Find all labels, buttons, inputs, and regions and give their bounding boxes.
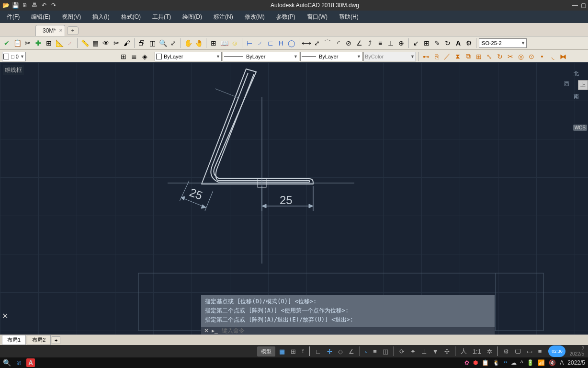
modify-chain-icon[interactable]: ⧓: [558, 52, 568, 61]
menu-draw[interactable]: 绘图(D): [177, 11, 208, 23]
clock-badge[interactable]: 02:36: [548, 345, 565, 357]
window-icon[interactable]: ⊞: [44, 38, 54, 48]
distance-icon[interactable]: ⟋: [65, 38, 75, 48]
3dosnap-icon[interactable]: ✦: [408, 347, 418, 356]
modify-trim-icon[interactable]: ✂: [506, 52, 515, 61]
menu-dimension[interactable]: 标注(N): [208, 11, 239, 23]
layerprops-icon[interactable]: ⊞: [119, 52, 128, 61]
grip-icon[interactable]: ✋: [183, 38, 193, 48]
smiley-icon[interactable]: ☺: [230, 38, 239, 48]
modify-point-icon[interactable]: •: [537, 52, 547, 61]
tray-overflow-icon[interactable]: ^: [520, 359, 523, 366]
leader-icon[interactable]: ↙: [411, 38, 421, 48]
drawing-canvas[interactable]: 维线框 北 西 上 南 WCS ✕ 25: [0, 62, 588, 334]
modify-line-icon[interactable]: ／: [442, 52, 452, 61]
modify-fillet-icon[interactable]: ◟: [548, 52, 557, 61]
menu-tools[interactable]: 工具(T): [147, 11, 177, 23]
model-button[interactable]: 模型: [257, 346, 275, 356]
tray-app3-icon[interactable]: 📋: [482, 359, 489, 366]
plus-icon[interactable]: ✚: [34, 38, 43, 48]
undo-icon[interactable]: ↶: [40, 1, 48, 9]
zoom-window-icon[interactable]: 🔍: [158, 38, 168, 48]
dim-aligned2-icon[interactable]: ⤢: [312, 38, 322, 48]
command-input[interactable]: ✕ ▸_: [201, 327, 495, 334]
layer-dropdown[interactable]: ByLayer▼: [155, 52, 222, 61]
linetype-dropdown[interactable]: ByLayer▼: [223, 52, 299, 61]
monitor-icon[interactable]: 🖵: [513, 347, 523, 356]
cycle-icon[interactable]: ⟳: [397, 347, 407, 356]
new-tab-button[interactable]: +: [67, 26, 79, 35]
scale-label[interactable]: 1:1: [471, 347, 483, 356]
snap-toggle-icon[interactable]: ⊞: [289, 347, 298, 356]
search-icon[interactable]: 🔍: [3, 359, 11, 367]
modify-target-icon[interactable]: ⊙: [527, 52, 536, 61]
maximize-icon[interactable]: ▢: [581, 2, 586, 9]
annoscale-icon[interactable]: 人: [459, 346, 469, 356]
infsnap-toggle-icon[interactable]: ⟟: [300, 346, 306, 356]
dim-h-icon[interactable]: H: [276, 38, 286, 48]
block-icon[interactable]: ◫: [147, 38, 157, 48]
check-icon[interactable]: ✔: [2, 38, 11, 48]
layeriso-icon[interactable]: ◈: [140, 52, 149, 61]
tray-volume-icon[interactable]: 🔇: [549, 359, 556, 366]
modify-copy-icon[interactable]: ⎘: [432, 52, 441, 61]
lwt-toggle-icon[interactable]: ≡: [371, 347, 379, 356]
dim-update-icon[interactable]: ↻: [443, 38, 452, 48]
tray-wifi-icon[interactable]: 📶: [538, 359, 545, 366]
modify-circle-icon[interactable]: ◎: [516, 52, 526, 61]
tolerance-icon[interactable]: ⊞: [422, 38, 431, 48]
dim-center-icon[interactable]: ⊕: [396, 38, 406, 48]
tray-qq-icon[interactable]: 🐧: [493, 359, 500, 366]
menu-parametric[interactable]: 参数(P): [271, 11, 301, 23]
layout-tab-1[interactable]: 布局1: [2, 335, 26, 345]
dim-jog-icon[interactable]: ⤴: [365, 38, 374, 48]
dim-baseline-icon[interactable]: ≡: [375, 38, 385, 48]
command-tool-icon[interactable]: ▸_: [212, 327, 218, 334]
modify-offset-icon[interactable]: ⧉: [464, 52, 473, 61]
area-icon[interactable]: ▦: [90, 38, 100, 48]
menu-window[interactable]: 窗口(W): [301, 11, 333, 23]
autocad-app-icon[interactable]: A: [26, 358, 35, 367]
menu-edit[interactable]: 编辑(E): [25, 11, 56, 23]
dim-angle-icon[interactable]: ∠: [354, 38, 364, 48]
sel-filter-icon[interactable]: ▼: [430, 347, 441, 356]
pan-icon[interactable]: 🤚: [194, 38, 204, 48]
tray-app2-icon[interactable]: ⬢: [473, 359, 478, 366]
dim-linear2-icon[interactable]: ⟷: [302, 38, 311, 48]
xref-icon[interactable]: 🗗: [137, 38, 147, 48]
command-input-field[interactable]: [222, 327, 492, 334]
eye-icon[interactable]: 👁: [101, 38, 111, 48]
tray-app1-icon[interactable]: ✿: [464, 359, 469, 366]
layout-add-button[interactable]: +: [52, 336, 60, 344]
ortho-toggle-icon[interactable]: ∟: [313, 347, 323, 356]
command-close-icon[interactable]: ✕: [204, 327, 209, 334]
tray-ime-icon[interactable]: A: [560, 359, 564, 366]
gizmo-icon[interactable]: ✣: [442, 347, 452, 356]
clean-screen-icon[interactable]: ▭: [525, 347, 534, 356]
polar-toggle-icon[interactable]: ✢: [325, 347, 334, 356]
zoom-extents-icon[interactable]: ⤢: [169, 38, 178, 48]
tray-date[interactable]: 2022/5: [567, 359, 585, 366]
grid-toggle-icon[interactable]: ▦: [277, 347, 287, 356]
redo-icon[interactable]: ↷: [50, 1, 57, 9]
custom-icon[interactable]: ≡: [536, 347, 544, 356]
taskview-icon[interactable]: ⎚: [17, 359, 21, 367]
iso-toggle-icon[interactable]: ◇: [336, 347, 345, 356]
modify-array-icon[interactable]: ⊞: [474, 52, 484, 61]
table-icon[interactable]: ⊞: [209, 38, 218, 48]
modify-rotate-icon[interactable]: ↻: [495, 52, 505, 61]
plotstyle-dropdown[interactable]: ByColor▼: [363, 52, 416, 61]
transparency-icon[interactable]: ◫: [381, 347, 390, 356]
dim-arc-icon[interactable]: ⌒: [323, 38, 332, 48]
menu-insert[interactable]: 插入(I): [87, 11, 115, 23]
minimize-icon[interactable]: —: [572, 2, 578, 9]
cut-icon[interactable]: ✂: [23, 38, 33, 48]
dim-diameter-icon[interactable]: ⊘: [344, 38, 353, 48]
dim-linear-icon[interactable]: ⊢: [245, 38, 254, 48]
otrack-toggle-icon[interactable]: ∠: [347, 347, 356, 356]
dim-o-icon[interactable]: ◯: [287, 38, 296, 48]
open-icon[interactable]: 📂: [2, 1, 10, 9]
text-a-icon[interactable]: A: [453, 38, 463, 48]
print-icon[interactable]: 🖶: [31, 1, 38, 9]
menu-modify[interactable]: 修改(M): [239, 11, 271, 23]
